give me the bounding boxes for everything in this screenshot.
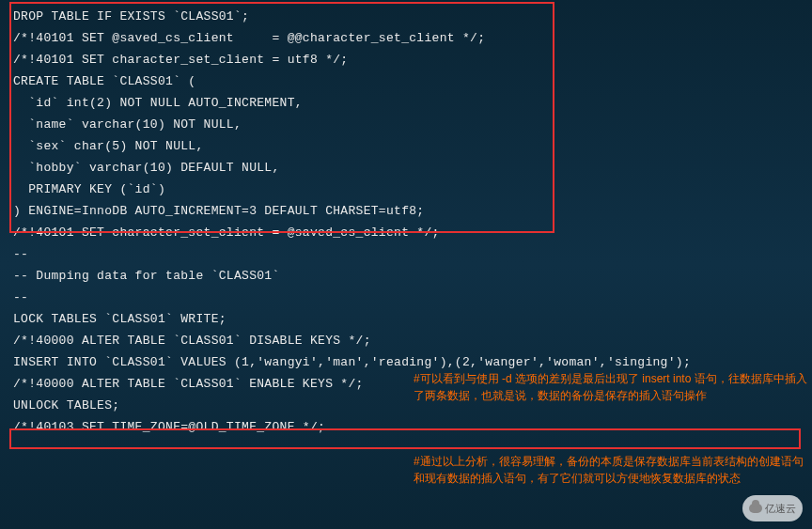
sql-line: PRIMARY KEY (`id`) [13,179,799,200]
sql-line: /*!40101 SET @saved_cs_client = @@charac… [13,27,799,49]
sql-line: -- Dumping data for table `CLASS01` [13,265,799,287]
sql-line: `hobby` varchar(10) DEFAULT NULL, [13,157,799,179]
sql-line: LOCK TABLES `CLASS01` WRITE; [13,308,799,330]
annotation-backup-essence: #通过以上分析，很容易理解，备份的本质是保存数据库当前表结构的创建语句和现有数据… [414,453,808,487]
sql-line: -- [13,243,799,265]
sql-line: `id` int(2) NOT NULL AUTO_INCREMENT, [13,92,799,114]
watermark-text: 亿速云 [765,502,796,516]
sql-line: /*!40101 SET character_set_client = utf8… [13,49,799,70]
sql-line: /*!40101 SET character_set_client = @sav… [13,222,799,243]
sql-line: DROP TABLE IF EXISTS `CLASS01`; [13,6,799,27]
sql-line: `name` varchar(10) NOT NULL, [13,114,799,135]
sql-line: /*!40000 ALTER TABLE `CLASS01` DISABLE K… [13,330,799,351]
sql-line: /*!40103 SET TIME_ZONE=@OLD_TIME_ZONE */… [13,416,799,438]
sql-line: CREATE TABLE `CLASS01` ( [13,70,799,92]
annotation-insert-explanation: #可以看到与使用 -d 选项的差别是最后出现了 insert into 语句，往… [414,370,808,404]
sql-line: -- [13,287,799,308]
cloud-icon [749,504,762,513]
sql-line: `sex` char(5) NOT NULL, [13,135,799,157]
watermark-logo: 亿速云 [742,495,803,521]
sql-line: ) ENGINE=InnoDB AUTO_INCREMENT=3 DEFAULT… [13,200,799,222]
